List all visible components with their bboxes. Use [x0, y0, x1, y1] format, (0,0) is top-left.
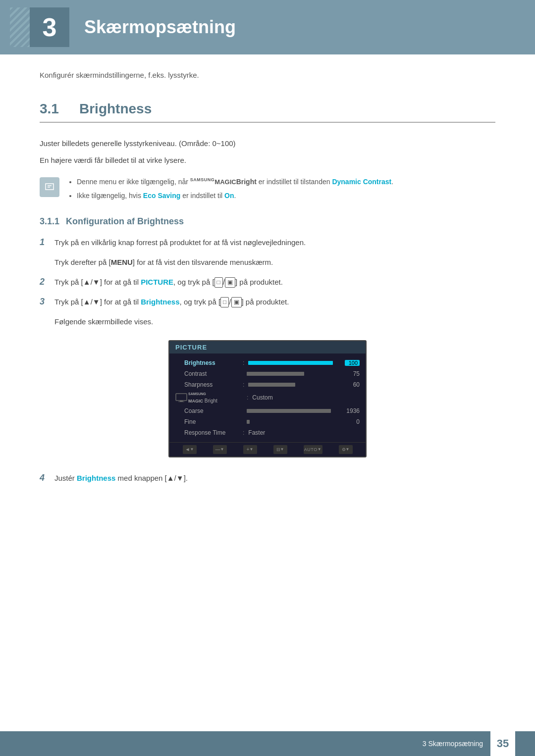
intro-text-1: Juster billedets generelle lysstyrkenive… — [40, 138, 495, 150]
menu-label-sharpness: Sharpness — [184, 381, 239, 388]
screen-mockup-container: PICTURE Brightness : 100 Contrast — [40, 340, 495, 457]
section-heading: 3.1 Brightness — [40, 101, 495, 123]
bar-brightness — [248, 361, 333, 365]
val-contrast: 75 — [345, 370, 360, 377]
monitor-icon-magic — [175, 393, 187, 402]
bar-container-brightness — [248, 361, 342, 365]
bar-sharpness — [248, 383, 295, 387]
svg-rect-2 — [178, 402, 184, 402]
svg-rect-1 — [180, 401, 183, 402]
menu-label-responsetime: Response Time — [184, 429, 239, 436]
menu-row-magicbright: SAMSUNG MAGIC Bright : Custom — [169, 390, 366, 405]
step-3-text: Tryk på [▲/▼] for at gå til Brightness, … — [54, 296, 495, 308]
svg-rect-0 — [176, 394, 187, 401]
main-content: Konfigurér skærmindstillingerne, f.eks. … — [0, 54, 535, 532]
step-2-text: Tryk på [▲/▼] for at gå til PICTURE, og … — [54, 276, 495, 288]
menu-row-contrast: Contrast 75 — [169, 368, 366, 379]
nav-btn-enter: ⊟▼ — [273, 445, 287, 454]
step-2: 2 Tryk på [▲/▼] for at gå til PICTURE, o… — [40, 276, 495, 288]
note-box: Denne menu er ikke tilgængelig, når SAMS… — [40, 176, 495, 204]
section-number: 3.1 — [40, 101, 69, 117]
val-magicbright: Custom — [252, 394, 272, 401]
bar-container-sharpness — [248, 383, 342, 387]
note-content: Denne menu er ikke tilgængelig, når SAMS… — [67, 176, 393, 204]
val-coarse: 1936 — [345, 407, 360, 414]
subsection-title: Konfiguration af Brightness — [66, 216, 184, 226]
val-fine: 0 — [345, 418, 360, 425]
step-4-number: 4 — [40, 472, 54, 483]
menu-label-coarse: Coarse — [184, 407, 239, 414]
note-icon — [40, 177, 59, 197]
menu-label-magicbright: SAMSUNG MAGIC Bright — [188, 392, 243, 403]
bar-container-coarse — [247, 409, 342, 413]
bar-fine — [247, 420, 250, 424]
screen-mockup: PICTURE Brightness : 100 Contrast — [168, 340, 367, 457]
menu-row-coarse: Coarse 1936 — [169, 405, 366, 416]
screen-title-bar: PICTURE — [169, 341, 366, 353]
footer-text: 3 Skærmopsætning — [423, 740, 483, 748]
bar-container-contrast — [247, 372, 342, 376]
step-3-sub: Følgende skærmbillede vises. — [54, 316, 495, 328]
screen-menu: Brightness : 100 Contrast 75 — [169, 353, 366, 442]
intro-text-2: En højere værdi får billedet til at virk… — [40, 154, 495, 166]
nav-btn-plus: +▼ — [243, 445, 257, 454]
header-banner: 3 Skærmopsætning — [0, 0, 535, 54]
subsection-heading: 3.1.1 Konfiguration af Brightness — [40, 216, 495, 227]
header-subtitle: Konfigurér skærmindstillingerne, f.eks. … — [40, 69, 495, 81]
val-responsetime: Faster — [248, 429, 265, 436]
bar-contrast — [247, 372, 304, 376]
bar-coarse — [247, 409, 331, 413]
menu-row-brightness: Brightness : 100 — [169, 357, 366, 368]
sep-magic: : — [247, 394, 248, 401]
nav-btn-minus: —▼ — [213, 445, 227, 454]
menu-row-fine: Fine 0 — [169, 416, 366, 427]
menu-row-responsetime: Response Time : Faster — [169, 427, 366, 438]
val-sharpness: 60 — [345, 381, 360, 388]
screen-nav-bar: ◄▼ —▼ +▼ ⊟▼ AUTO▼ ⚙▼ — [169, 442, 366, 456]
step-1-sub: Tryk derefter på [MENU] for at få vist d… — [54, 256, 495, 268]
bar-container-fine — [247, 420, 342, 424]
nav-btn-settings: ⚙▼ — [339, 445, 353, 454]
chapter-title: Skærmopsætning — [84, 17, 236, 38]
menu-label-brightness: Brightness — [184, 359, 239, 366]
step-1-number: 1 — [40, 237, 54, 248]
step-1: 1 Tryk på en vilkårlig knap forrest på p… — [40, 237, 495, 249]
chapter-number: 3 — [43, 14, 57, 40]
nav-btn-left: ◄▼ — [183, 445, 197, 454]
step-4-text: Justér Brightness med knappen [▲/▼]. — [54, 472, 495, 484]
section-title: Brightness — [79, 101, 152, 117]
chapter-number-block: 3 — [30, 7, 69, 47]
sep-responsetime: : — [243, 429, 244, 436]
sep-sharpness: : — [243, 381, 244, 388]
step-2-number: 2 — [40, 276, 54, 287]
menu-label-fine: Fine — [184, 418, 239, 425]
step-3: 3 Tryk på [▲/▼] for at gå til Brightness… — [40, 296, 495, 308]
step-3-number: 3 — [40, 296, 54, 307]
footer: 3 Skærmopsætning 35 — [0, 731, 535, 756]
footer-page-number: 35 — [490, 731, 515, 756]
step-1-text: Tryk på en vilkårlig knap forrest på pro… — [54, 237, 495, 249]
menu-row-sharpness: Sharpness : 60 — [169, 379, 366, 390]
subsection-number: 3.1.1 — [40, 216, 59, 226]
step-4: 4 Justér Brightness med knappen [▲/▼]. — [40, 472, 495, 484]
sep-brightness: : — [243, 359, 244, 366]
val-brightness: 100 — [345, 360, 360, 366]
nav-btn-auto: AUTO▼ — [304, 445, 322, 454]
menu-label-contrast: Contrast — [184, 370, 239, 377]
